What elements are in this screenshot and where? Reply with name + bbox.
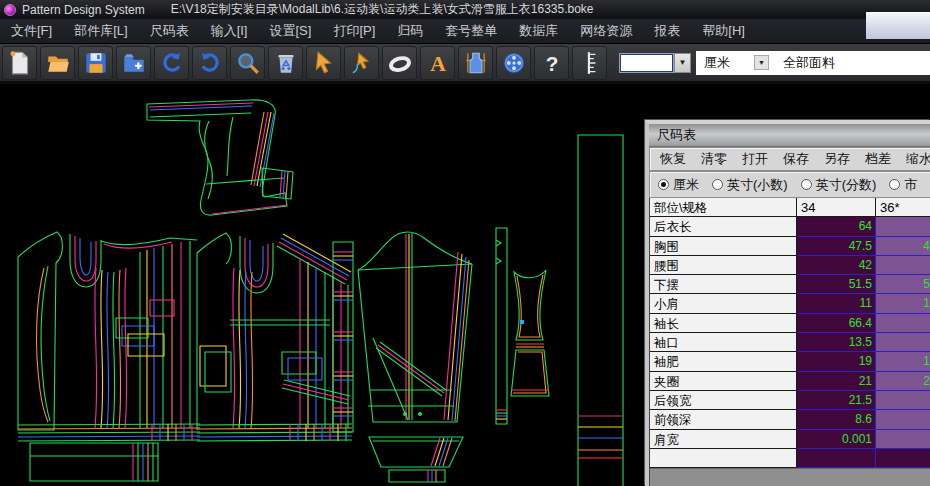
pattern-piece-sleeve[interactable] [358, 232, 472, 422]
unit-radio[interactable]: 英寸(分数) [801, 176, 877, 194]
select-button[interactable] [306, 46, 341, 80]
menu-item[interactable]: 套号整单 [434, 19, 508, 43]
undo-button[interactable] [154, 46, 189, 80]
zoom-button[interactable] [230, 46, 265, 80]
measure-name[interactable]: 下摆 [650, 275, 797, 294]
new-document-icon [7, 50, 33, 76]
film-reel-button[interactable] [496, 46, 531, 80]
pattern-piece-cuff[interactable] [369, 437, 463, 482]
value-size34[interactable]: 64 [797, 217, 876, 236]
value-size36[interactable]: 2 [876, 372, 930, 391]
measure-name[interactable]: 后领宽 [650, 391, 797, 410]
value-size36[interactable] [876, 333, 930, 352]
add-part-button[interactable] [116, 46, 151, 80]
pattern-piece-back-bodice[interactable] [18, 232, 200, 441]
modify-button[interactable] [344, 46, 379, 80]
help-button[interactable]: ? [534, 46, 569, 80]
unit-combobox[interactable]: 厘米 [696, 54, 754, 72]
fabric-combobox[interactable]: 全部面料 [781, 54, 835, 72]
style-combo-dropdown-icon[interactable]: ▼ [674, 53, 691, 73]
value-size34[interactable]: 51.5 [797, 275, 876, 294]
measure-name[interactable]: 腰围 [650, 256, 797, 275]
pattern-piece-hem-band[interactable] [30, 443, 158, 481]
mannequin-button[interactable] [458, 46, 493, 80]
column-header-part[interactable]: 部位\规格 [650, 198, 797, 217]
measure-name[interactable]: 肩宽 [650, 430, 797, 449]
value-size34[interactable]: 47.5 [797, 237, 876, 256]
value-size36[interactable]: 1 [876, 352, 930, 371]
menu-item[interactable]: 尺码表 [139, 19, 200, 43]
value-size36[interactable] [876, 217, 930, 236]
measure-name[interactable] [650, 449, 797, 468]
save-button[interactable] [78, 46, 113, 80]
column-header-size34[interactable]: 34 [797, 198, 876, 217]
value-size36[interactable] [876, 391, 930, 410]
menu-item[interactable]: 输入[I] [200, 19, 259, 43]
measure-name[interactable]: 袖肥 [650, 352, 797, 371]
pattern-piece-placket-strip[interactable] [496, 228, 507, 424]
value-size34[interactable]: 13.5 [797, 333, 876, 352]
panel-action-button[interactable]: 恢复 [660, 150, 686, 168]
pattern-piece-side-strip[interactable] [578, 135, 623, 486]
value-size36[interactable] [876, 430, 930, 449]
measure-name[interactable]: 夹圈 [650, 372, 797, 391]
unit-radio[interactable]: 市 [889, 176, 917, 194]
column-header-size36[interactable]: 36* [876, 198, 930, 217]
curve-ring-button[interactable] [382, 46, 417, 80]
menu-item[interactable]: 数据库 [508, 19, 569, 43]
value-size36[interactable]: 1 [876, 294, 930, 313]
value-size36[interactable] [876, 314, 930, 333]
size-panel-titlebar[interactable]: 尺码表 [649, 124, 930, 147]
menu-item[interactable]: 网络资源 [569, 19, 643, 43]
open-file-button[interactable] [40, 46, 75, 80]
value-size34[interactable]: 42 [797, 256, 876, 275]
unit-combo-dropdown-icon[interactable]: ▼ [754, 55, 769, 70]
menu-item[interactable]: 部件库[L] [63, 19, 138, 43]
size-table-row: 腰围 42 [650, 256, 930, 275]
redo-button[interactable] [192, 46, 227, 80]
value-size34[interactable] [797, 449, 876, 468]
menu-item[interactable]: 报表 [643, 19, 691, 43]
measure-ruler-button[interactable] [572, 46, 607, 80]
value-size34[interactable]: 19 [797, 352, 876, 371]
menu-item[interactable]: 打印[P] [322, 19, 386, 43]
panel-action-button[interactable]: 档差 [865, 150, 891, 168]
panel-action-button[interactable]: 打开 [742, 150, 768, 168]
panel-action-button[interactable]: 保存 [783, 150, 809, 168]
style-combobox[interactable] [619, 53, 674, 73]
value-size36[interactable] [876, 256, 930, 275]
value-size34[interactable]: 11 [797, 294, 876, 313]
value-size36[interactable] [876, 410, 930, 429]
value-size36[interactable]: 5 [876, 275, 930, 294]
window-titlebar[interactable]: Pattern Design System E:\V18定制安装目录\Modal… [0, 0, 930, 19]
value-size34[interactable]: 21.5 [797, 391, 876, 410]
menu-item[interactable]: 设置[S] [258, 19, 322, 43]
menu-item[interactable]: 帮助[H] [691, 19, 756, 43]
panel-action-button[interactable]: 清零 [701, 150, 727, 168]
value-size36[interactable]: 4 [876, 237, 930, 256]
value-size34[interactable]: 21 [797, 372, 876, 391]
panel-action-button[interactable]: 另存 [824, 150, 850, 168]
delete-button[interactable] [268, 46, 303, 80]
recycle-bin-icon [273, 50, 299, 76]
value-size34[interactable]: 0.001 [797, 430, 876, 449]
measure-name[interactable]: 袖长 [650, 314, 797, 333]
value-size34[interactable]: 8.6 [797, 410, 876, 429]
panel-action-button[interactable]: 缩水 [906, 150, 930, 168]
pattern-piece-lining-front[interactable] [511, 270, 549, 396]
value-size36[interactable] [876, 449, 930, 468]
measure-name[interactable]: 小肩 [650, 294, 797, 313]
measure-name[interactable]: 胸围 [650, 237, 797, 256]
pattern-piece-hood[interactable] [147, 100, 293, 215]
text-tool-button[interactable]: A [420, 46, 455, 80]
measure-name[interactable]: 前领深 [650, 410, 797, 429]
menu-item[interactable]: 归码 [386, 19, 434, 43]
measure-name[interactable]: 后衣长 [650, 217, 797, 236]
measure-name[interactable]: 袖口 [650, 333, 797, 352]
value-size34[interactable]: 66.4 [797, 314, 876, 333]
unit-radio[interactable]: 厘米 [658, 176, 699, 194]
pattern-piece-front-bodice[interactable] [197, 233, 353, 441]
unit-radio[interactable]: 英寸(小数) [712, 176, 788, 194]
new-document-button[interactable] [2, 46, 37, 80]
menu-item[interactable]: 文件[F] [0, 19, 63, 43]
